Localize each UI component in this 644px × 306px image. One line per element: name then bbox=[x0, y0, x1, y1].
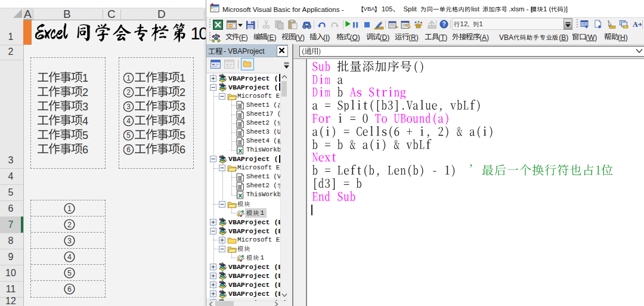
svg-text:1: 1 bbox=[67, 205, 72, 213]
svg-text:3: 3 bbox=[67, 237, 72, 245]
svg-text:A: A bbox=[633, 20, 638, 29]
svg-text:4: 4 bbox=[67, 253, 72, 261]
svg-text:6: 6 bbox=[126, 146, 131, 154]
svg-text:2: 2 bbox=[67, 221, 72, 229]
svg-text:5: 5 bbox=[67, 269, 72, 277]
svg-text:6: 6 bbox=[67, 285, 72, 293]
svg-text:4: 4 bbox=[126, 117, 131, 125]
svg-text:3: 3 bbox=[126, 103, 131, 111]
svg-text:5: 5 bbox=[126, 131, 131, 140]
svg-text:?: ? bbox=[442, 21, 445, 27]
svg-text:2: 2 bbox=[126, 88, 131, 97]
svg-text:1: 1 bbox=[126, 74, 131, 82]
